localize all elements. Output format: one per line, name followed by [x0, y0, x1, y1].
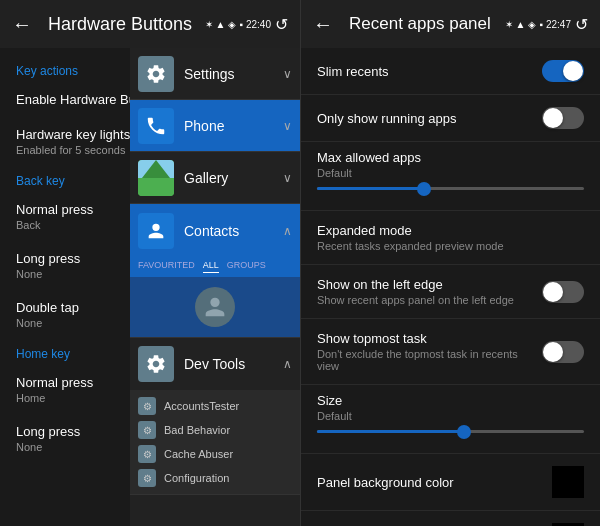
panel-bg-color-info: Panel background color: [317, 475, 552, 490]
settings-app-icon: [138, 56, 174, 92]
right-panel: ← Recent apps panel ✶ ▲ ◈ ▪ 22:47 ↺ Slim…: [300, 0, 600, 526]
right-signal-icon: ▲: [516, 19, 526, 30]
max-apps-label: Max allowed apps: [317, 150, 584, 165]
phone-chevron: ∨: [283, 119, 292, 133]
signal-icon: ▲: [216, 19, 226, 30]
gallery-app-icon: [138, 160, 174, 196]
show-topmost-info: Show topmost task Don't exclude the topm…: [317, 331, 542, 372]
max-apps-track[interactable]: [317, 187, 584, 190]
app-overlay: Settings ∨ Phone ∨ Gallery ∨: [130, 48, 300, 526]
slim-recents-toggle[interactable]: [542, 60, 584, 82]
size-thumb: [457, 425, 471, 439]
devtools-chevron: ∧: [283, 357, 292, 371]
panel-bg-color-item[interactable]: Panel background color: [301, 454, 600, 511]
bluetooth-icon: ✶: [205, 19, 213, 30]
back-button-left[interactable]: ←: [12, 13, 32, 36]
show-left-edge-sub: Show recent apps panel on the left edge: [317, 294, 542, 306]
left-title: Hardware Buttons: [48, 14, 205, 35]
expanded-mode-sub: Recent tasks expanded preview mode: [317, 240, 584, 252]
expanded-mode-title: Expanded mode: [317, 223, 584, 238]
show-left-edge-title: Show on the left edge: [317, 277, 542, 292]
dt-label-3: Cache Abuser: [164, 448, 233, 460]
contacts-app-name: Contacts: [184, 223, 283, 239]
show-left-edge-info: Show on the left edge Show recent apps p…: [317, 277, 542, 306]
right-battery-icon: ▪: [539, 19, 543, 30]
only-running-toggle[interactable]: [542, 107, 584, 129]
max-apps-sub: Default: [317, 167, 584, 179]
slim-recents-item: Slim recents: [301, 48, 600, 95]
devtools-item-2[interactable]: ⚙ Bad Behavior: [138, 418, 292, 442]
devtools-app-name: Dev Tools: [184, 356, 283, 372]
wifi-icon: ◈: [228, 19, 236, 30]
devtools-expanded: ⚙ AccountsTester ⚙ Bad Behavior ⚙ Cache …: [130, 390, 300, 494]
contacts-tabs: FAVOURITED ALL GROUPS: [130, 256, 300, 277]
show-left-edge-toggle[interactable]: [542, 281, 584, 303]
devtools-app-icon: [138, 346, 174, 382]
tab-groups[interactable]: GROUPS: [227, 260, 266, 273]
devtools-item-3[interactable]: ⚙ Cache Abuser: [138, 442, 292, 466]
app-item-phone[interactable]: Phone ∨: [130, 100, 300, 152]
tab-all[interactable]: ALL: [203, 260, 219, 273]
tab-favourited[interactable]: FAVOURITED: [138, 260, 195, 273]
phone-app-icon: [138, 108, 174, 144]
slim-recents-knob: [563, 61, 583, 81]
show-topmost-knob: [543, 342, 563, 362]
dt-icon-4: ⚙: [138, 469, 156, 487]
only-running-item: Only show running apps: [301, 95, 600, 142]
show-left-edge-item: Show on the left edge Show recent apps p…: [301, 265, 600, 319]
show-topmost-title: Show topmost task: [317, 331, 542, 346]
right-bluetooth-icon: ✶: [505, 19, 513, 30]
show-topmost-item: Show topmost task Don't exclude the topm…: [301, 319, 600, 385]
app-item-devtools[interactable]: Dev Tools ∧ ⚙ AccountsTester ⚙ Bad Behav…: [130, 338, 300, 495]
contacts-chevron: ∧: [283, 224, 292, 238]
panel-bg-color-swatch[interactable]: [552, 466, 584, 498]
only-running-info: Only show running apps: [317, 111, 542, 126]
dt-icon-1: ⚙: [138, 397, 156, 415]
dt-icon-3: ⚙: [138, 445, 156, 463]
contacts-expanded: FAVOURITED ALL GROUPS: [130, 256, 300, 337]
dt-label-2: Bad Behavior: [164, 424, 230, 436]
size-fill: [317, 430, 464, 433]
right-header: ← Recent apps panel ✶ ▲ ◈ ▪ 22:47 ↺: [301, 0, 600, 48]
expanded-mode-item[interactable]: Expanded mode Recent tasks expanded prev…: [301, 211, 600, 265]
gallery-chevron: ∨: [283, 171, 292, 185]
refresh-icon-left[interactable]: ↺: [275, 15, 288, 34]
left-header: ← Hardware Buttons ✶ ▲ ◈ ▪ 22:40 ↺: [0, 0, 300, 48]
settings-chevron: ∨: [283, 67, 292, 81]
dt-label-1: AccountsTester: [164, 400, 239, 412]
left-status-bar: ✶ ▲ ◈ ▪ 22:40: [205, 19, 271, 30]
expanded-mode-info: Expanded mode Recent tasks expanded prev…: [317, 223, 584, 252]
contacts-app-icon: [138, 213, 174, 249]
max-apps-fill: [317, 187, 424, 190]
only-running-title: Only show running apps: [317, 111, 542, 126]
left-panel: ← Hardware Buttons ✶ ▲ ◈ ▪ 22:40 ↺ Key a…: [0, 0, 300, 526]
app-item-settings[interactable]: Settings ∨: [130, 48, 300, 100]
right-wifi-icon: ◈: [528, 19, 536, 30]
left-content-area: Key actions Enable Hardware Buttons Hard…: [0, 48, 300, 526]
devtools-item-1[interactable]: ⚙ AccountsTester: [138, 394, 292, 418]
size-row: Size Default: [301, 385, 600, 454]
slim-recents-info: Slim recents: [317, 64, 542, 79]
contacts-avatar-area: [130, 277, 300, 337]
left-time: 22:40: [246, 19, 271, 30]
right-title: Recent apps panel: [349, 14, 505, 34]
app-item-gallery[interactable]: Gallery ∨: [130, 152, 300, 204]
devtools-item-4[interactable]: ⚙ Configuration: [138, 466, 292, 490]
size-label: Size: [317, 393, 584, 408]
show-left-edge-knob: [543, 282, 563, 302]
app-item-contacts[interactable]: Contacts ∧ FAVOURITED ALL GROUPS: [130, 204, 300, 338]
back-button-right[interactable]: ←: [313, 13, 333, 36]
settings-app-name: Settings: [184, 66, 283, 82]
size-track[interactable]: [317, 430, 584, 433]
card-bg-color-item[interactable]: Card background color: [301, 511, 600, 526]
show-topmost-toggle[interactable]: [542, 341, 584, 363]
refresh-icon-right[interactable]: ↺: [575, 15, 588, 34]
panel-bg-color-title: Panel background color: [317, 475, 552, 490]
right-content: Slim recents Only show running apps Max …: [301, 48, 600, 526]
size-sub: Default: [317, 410, 584, 422]
show-topmost-sub: Don't exclude the topmost task in recent…: [317, 348, 542, 372]
avatar: [195, 287, 235, 327]
dt-icon-2: ⚙: [138, 421, 156, 439]
max-apps-row: Max allowed apps Default: [301, 142, 600, 211]
right-status-bar: ✶ ▲ ◈ ▪ 22:47: [505, 19, 571, 30]
